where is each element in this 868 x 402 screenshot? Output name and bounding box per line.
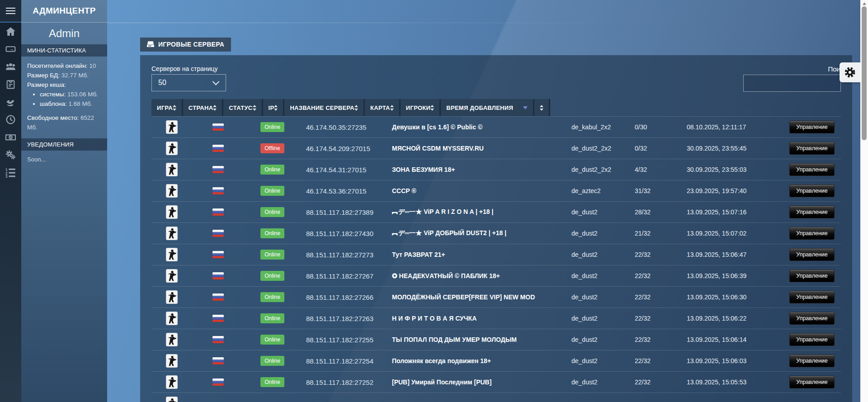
manage-button[interactable]: Управление (789, 248, 835, 261)
sidebar-item-servers[interactable] (0, 40, 21, 58)
sidebar-item-home[interactable] (0, 23, 21, 40)
sort-icon (430, 105, 434, 111)
actions-cell: Управление (783, 163, 841, 176)
ip-cell: 88.151.117.182:27254 (301, 357, 387, 365)
table-row: Online 88.151.117.182:27266 МОЛОДЁЖНЫЙ С… (151, 286, 841, 307)
added-time-cell: 13.09.2025, 15:05:53 (681, 378, 783, 386)
country-cell (192, 123, 244, 131)
russia-flag-icon (212, 315, 224, 322)
sort-icon (253, 105, 256, 111)
actions-cell: Управление (783, 270, 841, 282)
table-row: Online 88.151.117.182:27267 ✪ НЕАДЕКVАТН… (151, 265, 841, 286)
cs16-game-icon (166, 375, 178, 389)
table-row: Online 46.174.54.31:27015 ЗОНА БЕЗУМИЯ 1… (151, 159, 841, 180)
game-cell (151, 354, 192, 368)
map-cell: de_dust2 (566, 357, 629, 364)
tab-game-servers[interactable]: ИГРОВЫЕ СЕРВЕРА (140, 38, 231, 52)
sort-icon (354, 105, 358, 111)
server-name-cell: ︻デ═一★ ViP A R I Z O N A | +18 | (387, 208, 566, 216)
manage-button[interactable]: Управление (789, 227, 835, 240)
column-header[interactable]: НАЗВАНИЕ СЕРВЕРА (284, 99, 365, 116)
page-scrollbar[interactable] (860, 0, 868, 402)
column-header[interactable]: IP (263, 99, 285, 116)
manage-button[interactable]: Управление (789, 355, 835, 367)
manage-button[interactable]: Управление (789, 291, 835, 303)
table-row: Offline 46.174.54.209:27015 МЯСНОЙ CSDM … (151, 137, 841, 159)
sort-desc-icon (523, 106, 528, 109)
status-cell: Online (244, 377, 301, 387)
game-cell (151, 290, 192, 304)
scrollbar-up-arrow-icon[interactable] (863, 2, 866, 5)
sidebar-item-news[interactable] (0, 76, 21, 93)
hamburger-icon (6, 8, 15, 14)
added-time-cell: 30.09.2025, 23:55:45 (681, 145, 783, 152)
column-header[interactable]: СТРАНА (183, 99, 224, 116)
column-header[interactable]: КАРТА (365, 99, 401, 116)
search-input[interactable] (743, 75, 841, 92)
added-time-cell: 13.09.2025, 15:06:30 (681, 293, 783, 301)
manage-button[interactable]: Управление (789, 333, 835, 346)
server-name-cell: СССР ® (387, 187, 566, 194)
country-cell (192, 251, 244, 259)
column-header[interactable]: ВРЕМЯ ДОБАВЛЕНИЯ (441, 99, 534, 116)
ip-cell: 46.174.53.36:27015 (301, 187, 387, 195)
chevron-down-icon (212, 78, 220, 85)
icon-bar: 123 (0, 0, 21, 402)
scrollbar-thumb[interactable] (862, 6, 867, 140)
settings-flyout-button[interactable] (840, 62, 860, 82)
sidebar-item-history[interactable] (0, 111, 21, 128)
russia-flag-icon (212, 293, 224, 301)
menu-toggle-button[interactable] (0, 0, 21, 23)
table-controls: Серверов на страницу 50 Поиск (151, 65, 841, 93)
server-name-cell: Н И Ф Р И Т О В А Я СУЧКА (387, 315, 566, 322)
column-label: ИГРА (157, 104, 173, 111)
status-badge: Online (260, 228, 284, 238)
column-header[interactable]: СТАТУС (223, 99, 263, 116)
home-icon (5, 26, 16, 37)
gear-icon (844, 66, 856, 79)
russia-flag-icon (212, 166, 224, 174)
manage-button[interactable]: Управление (789, 184, 835, 197)
clock-icon (5, 114, 16, 125)
column-label: IP (269, 104, 274, 111)
users-group-icon (5, 61, 16, 72)
column-header[interactable]: ИГРОКИ (401, 99, 441, 116)
country-cell (192, 166, 244, 174)
sort-icon (173, 105, 176, 111)
sidebar-item-payments[interactable] (0, 128, 21, 146)
server-tab-icon (147, 41, 154, 47)
manage-button[interactable]: Управление (789, 142, 835, 155)
sidebar-item-users[interactable] (0, 58, 21, 76)
status-cell: Online (244, 335, 301, 345)
sort-icon (540, 105, 543, 111)
manage-button[interactable]: Управление (789, 163, 835, 176)
map-cell: de_dust2 (566, 315, 629, 322)
sidebar-item-settings[interactable] (0, 146, 21, 164)
manage-button[interactable]: Управление (789, 376, 835, 388)
map-cell: de_kabul_2x2 (566, 123, 629, 131)
added-time-cell: 13.09.2025, 15:07:02 (681, 230, 783, 237)
manage-button[interactable]: Управление (789, 270, 835, 282)
manage-button[interactable]: Управление (789, 312, 835, 325)
column-header[interactable] (534, 99, 550, 116)
per-page-select[interactable]: 50 (151, 74, 226, 91)
svg-text:3: 3 (5, 174, 8, 178)
ip-cell: 88.151.117.182:27263 (301, 315, 387, 322)
column-header[interactable]: ИГРА (151, 99, 183, 116)
status-badge: Online (260, 122, 284, 132)
sidebar-item-list[interactable]: 123 (0, 164, 21, 181)
russia-flag-icon (212, 145, 224, 152)
country-cell (192, 208, 244, 216)
status-badge: Online (260, 313, 284, 323)
manage-button[interactable]: Управление (789, 206, 835, 218)
cs16-game-icon (166, 163, 178, 176)
country-cell (192, 378, 244, 386)
manage-button[interactable]: Управление (789, 121, 835, 133)
status-cell: Online (244, 122, 301, 132)
players-cell: 22/32 (629, 357, 681, 364)
players-cell: 31/32 (629, 187, 681, 194)
added-time-cell: 30.09.2025, 23:55:03 (681, 166, 783, 173)
sidebar-item-support[interactable] (0, 93, 21, 111)
stat-free-space: Свободное место: 6522 Мб. (27, 113, 101, 132)
cache-list: системы: 153.06 Мб. шаблона: 1.68 Мб. (40, 90, 101, 109)
